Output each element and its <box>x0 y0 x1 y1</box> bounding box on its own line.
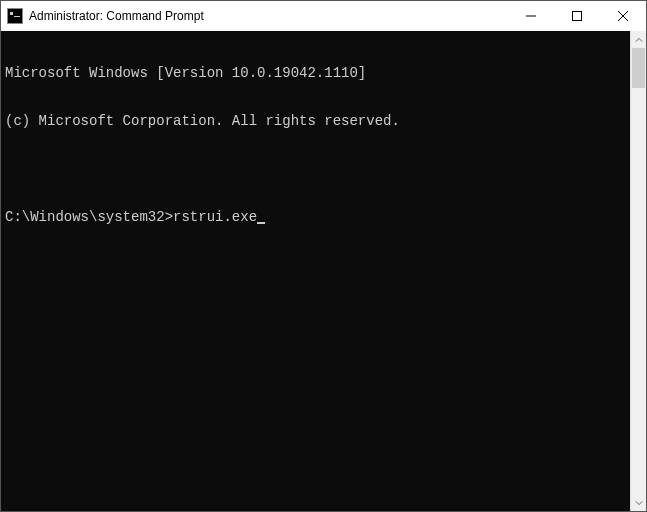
chevron-down-icon <box>635 499 643 507</box>
close-button[interactable] <box>600 1 646 31</box>
maximize-button[interactable] <box>554 1 600 31</box>
chevron-up-icon <box>635 36 643 44</box>
minimize-button[interactable] <box>508 1 554 31</box>
close-icon <box>618 11 628 21</box>
scroll-down-button[interactable] <box>631 494 646 511</box>
prompt-line: C:\Windows\system32>rstrui.exe <box>5 209 626 225</box>
cmd-icon <box>7 8 23 24</box>
command-input[interactable]: rstrui.exe <box>173 209 257 225</box>
prompt-text: C:\Windows\system32> <box>5 209 173 225</box>
window-controls <box>508 1 646 31</box>
titlebar[interactable]: Administrator: Command Prompt <box>1 1 646 31</box>
text-cursor <box>257 222 265 224</box>
copyright-line: (c) Microsoft Corporation. All rights re… <box>5 113 626 129</box>
scrollbar-track[interactable] <box>631 48 646 494</box>
terminal-output[interactable]: Microsoft Windows [Version 10.0.19042.11… <box>1 31 630 511</box>
window-title: Administrator: Command Prompt <box>29 9 508 23</box>
version-line: Microsoft Windows [Version 10.0.19042.11… <box>5 65 626 81</box>
blank-line <box>5 161 626 177</box>
vertical-scrollbar[interactable] <box>630 31 646 511</box>
minimize-icon <box>526 11 536 21</box>
command-prompt-window: Administrator: Command Prompt Microsoft … <box>0 0 647 512</box>
client-area: Microsoft Windows [Version 10.0.19042.11… <box>1 31 646 511</box>
svg-rect-1 <box>573 12 582 21</box>
maximize-icon <box>572 11 582 21</box>
scrollbar-thumb[interactable] <box>632 48 645 88</box>
scroll-up-button[interactable] <box>631 31 646 48</box>
